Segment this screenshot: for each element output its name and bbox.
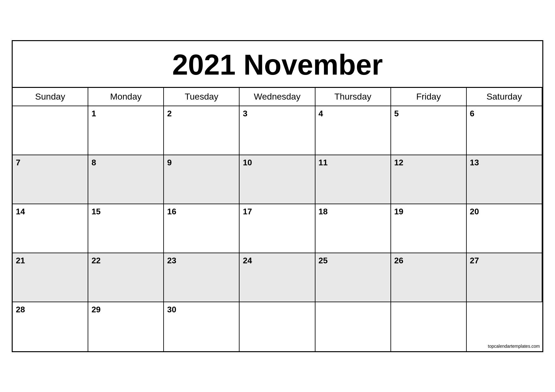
- day-header-monday: Monday: [88, 88, 164, 106]
- day-cell: 24: [240, 253, 315, 302]
- day-cell: [391, 302, 467, 351]
- day-cell: [13, 106, 88, 155]
- day-cell: 22: [88, 253, 164, 302]
- day-number: 7: [16, 158, 20, 167]
- day-header-sunday: Sunday: [13, 88, 88, 106]
- day-number: 6: [470, 109, 474, 118]
- calendar-header: 2021 November: [13, 41, 542, 88]
- day-number: 28: [16, 305, 25, 314]
- day-number: 19: [394, 207, 403, 216]
- day-number: 8: [91, 158, 96, 167]
- day-cell: 20: [467, 204, 542, 253]
- calendar: 2021 November SundayMondayTuesdayWednesd…: [12, 40, 543, 352]
- day-cell: 10: [240, 155, 315, 204]
- day-number: 17: [243, 207, 252, 216]
- day-cell: 14: [13, 204, 88, 253]
- day-cell: 13: [467, 155, 542, 204]
- day-cell: 17: [240, 204, 315, 253]
- day-cell: 26: [391, 253, 467, 302]
- day-number: 12: [394, 158, 403, 167]
- day-cell: topcalendartemplates.com: [467, 302, 542, 351]
- day-cell: 3: [240, 106, 315, 155]
- day-cell: [315, 302, 391, 351]
- day-cell: 28: [13, 302, 88, 351]
- day-header-wednesday: Wednesday: [240, 88, 315, 106]
- day-header-friday: Friday: [391, 88, 467, 106]
- day-number: 21: [16, 256, 25, 265]
- day-cell: 18: [315, 204, 391, 253]
- day-cell: 2: [164, 106, 240, 155]
- day-number: 27: [470, 256, 479, 265]
- day-number: 2: [167, 109, 171, 118]
- day-header-thursday: Thursday: [315, 88, 391, 106]
- day-cell: [240, 302, 315, 351]
- day-number: 20: [470, 207, 479, 216]
- day-number: 26: [394, 256, 403, 265]
- day-cell: 25: [315, 253, 391, 302]
- day-cell: 8: [88, 155, 164, 204]
- day-cell: 6: [467, 106, 542, 155]
- calendar-grid: SundayMondayTuesdayWednesdayThursdayFrid…: [13, 88, 542, 351]
- day-number: 14: [16, 207, 25, 216]
- day-cell: 30: [164, 302, 240, 351]
- day-cell: 27: [467, 253, 542, 302]
- day-number: 16: [167, 207, 176, 216]
- day-number: 30: [167, 305, 176, 314]
- day-number: 1: [91, 109, 96, 118]
- day-header-saturday: Saturday: [467, 88, 542, 106]
- day-cell: 21: [13, 253, 88, 302]
- day-cell: 11: [315, 155, 391, 204]
- day-number: 18: [319, 207, 328, 216]
- day-cell: 7: [13, 155, 88, 204]
- day-number: 13: [470, 158, 479, 167]
- day-cell: 9: [164, 155, 240, 204]
- day-number: 24: [243, 256, 252, 265]
- day-number: 5: [394, 109, 399, 118]
- day-cell: 4: [315, 106, 391, 155]
- day-number: 3: [243, 109, 247, 118]
- watermark: topcalendartemplates.com: [488, 344, 540, 349]
- day-number: 9: [167, 158, 171, 167]
- day-number: 10: [243, 158, 252, 167]
- day-cell: 29: [88, 302, 164, 351]
- day-number: 25: [319, 256, 328, 265]
- calendar-title: 2021 November: [19, 51, 536, 79]
- day-cell: 1: [88, 106, 164, 155]
- day-number: 29: [91, 305, 101, 314]
- day-cell: 5: [391, 106, 467, 155]
- day-cell: 15: [88, 204, 164, 253]
- day-cell: 12: [391, 155, 467, 204]
- day-number: 11: [319, 158, 328, 167]
- day-number: 15: [91, 207, 101, 216]
- day-number: 4: [319, 109, 323, 118]
- day-cell: 19: [391, 204, 467, 253]
- day-header-tuesday: Tuesday: [164, 88, 240, 106]
- day-cell: 16: [164, 204, 240, 253]
- day-number: 23: [167, 256, 176, 265]
- day-cell: 23: [164, 253, 240, 302]
- day-number: 22: [91, 256, 101, 265]
